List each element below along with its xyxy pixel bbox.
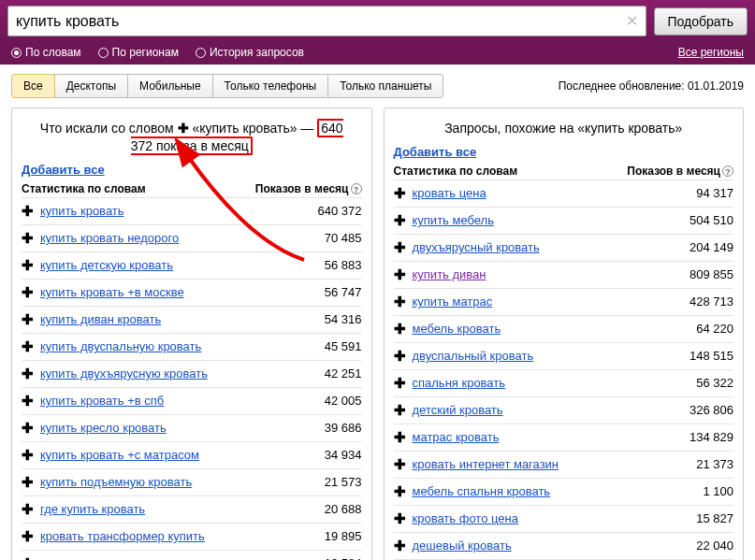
tab-3[interactable]: Только телефоны — [212, 74, 329, 98]
help-icon[interactable]: ? — [351, 183, 362, 194]
add-icon[interactable]: ✚ — [22, 338, 40, 355]
keyword-link[interactable]: купить подъемную кровать — [40, 475, 325, 489]
right-title: Запросы, похожие на «купить кровать» — [403, 120, 725, 137]
radio-by-regions[interactable]: По регионам — [98, 46, 179, 59]
keyword-link[interactable]: детский кровать — [413, 403, 690, 417]
add-icon[interactable]: ✚ — [22, 366, 40, 382]
search-input[interactable] — [16, 13, 626, 30]
keyword-link[interactable]: купить кровать +в москве — [40, 285, 325, 299]
tab-0[interactable]: Все — [11, 74, 55, 98]
add-icon[interactable]: ✚ — [394, 402, 413, 419]
header-keywords: Статистика по словам — [394, 165, 518, 178]
help-icon[interactable]: ? — [722, 165, 733, 177]
keyword-link[interactable]: купить кровать +с матрасом — [40, 448, 325, 462]
add-icon[interactable]: ✚ — [22, 284, 40, 301]
tab-1[interactable]: Десктопы — [54, 74, 128, 98]
add-icon[interactable]: ✚ — [22, 393, 40, 409]
keyword-link[interactable]: кровать фото цена — [413, 511, 697, 525]
table-row: ✚кровать трансформер купить19 895 — [22, 523, 362, 550]
keyword-link[interactable]: купить диван — [413, 267, 690, 281]
radio-icon — [196, 48, 206, 58]
add-icon[interactable]: ✚ — [394, 212, 413, 229]
keyword-link[interactable]: двуспальный кровать — [413, 349, 690, 363]
add-icon[interactable]: ✚ — [394, 456, 413, 473]
keyword-link[interactable]: мебель спальня кровать — [413, 484, 704, 498]
add-icon[interactable]: ✚ — [394, 483, 413, 500]
plus-icon: ✚ — [178, 121, 193, 136]
keyword-link[interactable]: купить диван кровать — [40, 312, 325, 326]
table-row: ✚купить двухъярусную кровать42 251 — [22, 360, 362, 387]
add-icon[interactable]: ✚ — [394, 294, 413, 310]
keyword-link[interactable]: мебель кровать — [413, 322, 697, 336]
keyword-link[interactable]: купить мебель — [413, 213, 690, 227]
add-icon[interactable]: ✚ — [22, 528, 40, 545]
update-info: Последнее обновление: 01.01.2019 — [559, 79, 744, 93]
add-icon[interactable]: ✚ — [394, 375, 413, 392]
radio-history[interactable]: История запросов — [196, 46, 304, 59]
title-query: «купить кровать» — [192, 121, 297, 136]
keyword-link[interactable]: кровать цена — [413, 186, 697, 200]
add-icon[interactable]: ✚ — [394, 239, 413, 256]
keyword-link[interactable]: купить кресло кровать — [40, 421, 325, 435]
radio-label: История запросов — [210, 46, 304, 59]
keyword-link[interactable]: кровать трансформер купить — [40, 529, 325, 543]
add-icon[interactable]: ✚ — [394, 348, 413, 365]
add-icon[interactable]: ✚ — [22, 501, 40, 518]
add-icon[interactable]: ✚ — [394, 538, 413, 554]
table-row: ✚двуспальный кровать148 515 — [394, 342, 734, 369]
impressions-count: 42 005 — [325, 394, 362, 408]
add-icon[interactable]: ✚ — [22, 447, 40, 464]
add-icon[interactable]: ✚ — [22, 203, 40, 220]
all-regions-link[interactable]: Все регионы — [678, 46, 744, 59]
clear-icon[interactable]: ✕ — [626, 12, 638, 30]
table-row: ✚купить диван кровать54 316 — [22, 306, 362, 333]
add-icon[interactable]: ✚ — [394, 321, 413, 337]
header-impressions: Показов в месяц? — [255, 182, 362, 195]
keyword-link[interactable]: купить двуспальную кровать — [40, 339, 325, 353]
keyword-link[interactable]: где купить кровать — [40, 502, 325, 516]
keyword-link[interactable]: купить детскую кровать — [40, 258, 325, 272]
table-row: ✚купить кресло кровать39 686 — [22, 414, 362, 441]
add-icon[interactable]: ✚ — [394, 185, 413, 202]
search-bar: ✕ Подобрать — [0, 0, 755, 42]
keyword-link[interactable]: двухъярусный кровать — [413, 240, 690, 254]
add-icon[interactable]: ✚ — [22, 555, 40, 560]
tabs-container: ВсеДесктопыМобильныеТолько телефоныТольк… — [11, 74, 443, 98]
keyword-link[interactable]: купить матрас — [413, 294, 690, 309]
keyword-link[interactable]: купить кровать недорого — [40, 231, 325, 245]
table-row: ✚купить кровать +в москве56 747 — [22, 279, 362, 306]
keyword-link[interactable]: матрас кровать — [413, 430, 690, 444]
table-row: ✚купить кровать недорого70 485 — [22, 224, 362, 251]
add-all-left[interactable]: Добавить все — [22, 163, 105, 177]
search-button[interactable]: Подобрать — [654, 7, 748, 36]
table-row: ✚купить матрас428 713 — [394, 288, 734, 315]
keyword-link[interactable]: купить кровать — [40, 204, 318, 218]
keyword-link[interactable]: спальня кровать — [413, 376, 697, 390]
keyword-link[interactable]: дешевый кровать — [413, 538, 697, 553]
radio-label: По регионам — [112, 46, 179, 59]
search-input-wrap: ✕ — [7, 6, 646, 36]
add-icon[interactable]: ✚ — [394, 429, 413, 446]
columns: Что искали со словом ✚ «купить кровать» … — [0, 108, 755, 560]
tab-2[interactable]: Мобильные — [127, 74, 213, 98]
impressions-count: 504 510 — [690, 213, 733, 227]
impressions-count: 54 316 — [325, 312, 362, 326]
impressions-count: 42 251 — [325, 366, 362, 381]
impressions-count: 94 317 — [696, 186, 733, 200]
add-icon[interactable]: ✚ — [394, 266, 413, 283]
add-all-right[interactable]: Добавить все — [394, 145, 477, 159]
add-icon[interactable]: ✚ — [22, 474, 40, 491]
radio-by-words[interactable]: По словам — [11, 46, 81, 59]
keyword-link[interactable]: купить покрывало +на кровать — [40, 556, 325, 560]
keyword-link[interactable]: кровать интернет магазин — [413, 457, 697, 471]
impressions-count: 326 806 — [690, 403, 733, 417]
keyword-link[interactable]: купить кровать +в спб — [40, 394, 325, 408]
add-icon[interactable]: ✚ — [394, 510, 413, 527]
add-icon[interactable]: ✚ — [22, 230, 40, 247]
impressions-count: 20 688 — [325, 502, 362, 516]
tab-4[interactable]: Только планшеты — [327, 74, 443, 98]
add-icon[interactable]: ✚ — [22, 257, 40, 274]
add-icon[interactable]: ✚ — [22, 311, 40, 328]
add-icon[interactable]: ✚ — [22, 420, 40, 437]
keyword-link[interactable]: купить двухъярусную кровать — [40, 366, 325, 381]
